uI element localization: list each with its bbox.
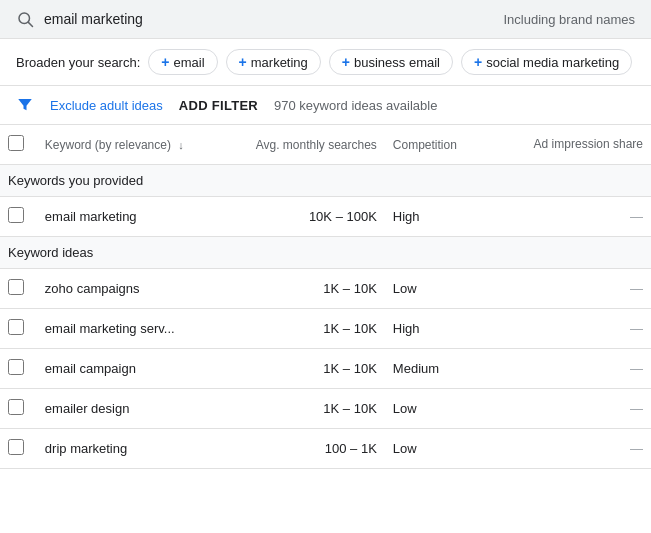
header-competition[interactable]: Competition [385, 125, 518, 165]
keyword-text: email campaign [45, 361, 136, 376]
broaden-tag-marketing-label: marketing [251, 55, 308, 70]
broaden-tag-email[interactable]: + email [148, 49, 217, 75]
keywords-table-wrap: Keyword (by relevance) ↓ Avg. monthly se… [0, 125, 651, 469]
add-filter-button[interactable]: ADD FILTER [179, 98, 258, 113]
broaden-tag-business-email-label: business email [354, 55, 440, 70]
competition-cell: High [385, 197, 518, 237]
competition-cell: Low [385, 429, 518, 469]
keywords-table: Keyword (by relevance) ↓ Avg. monthly se… [0, 125, 651, 469]
row-checkbox-idea-1[interactable] [8, 319, 24, 335]
keyword-cell: email campaign [37, 349, 221, 389]
keyword-cell: emailer design [37, 389, 221, 429]
table-row: email campaign 1K – 10K Medium — [0, 349, 651, 389]
competition-cell: Medium [385, 349, 518, 389]
funnel-icon [16, 96, 34, 114]
row-checkbox-cell [0, 269, 37, 309]
section-header-ideas: Keyword ideas [0, 237, 651, 269]
header-checkbox-cell [0, 125, 37, 165]
row-checkbox-idea-0[interactable] [8, 279, 24, 295]
section-header-provided: Keywords you provided [0, 165, 651, 197]
header-ad-impression: Ad impression share [518, 125, 651, 165]
broaden-row: Broaden your search: + email + marketing… [0, 39, 651, 86]
row-checkbox-idea-2[interactable] [8, 359, 24, 375]
keyword-text: drip marketing [45, 441, 127, 456]
broaden-tag-marketing[interactable]: + marketing [226, 49, 321, 75]
plus-icon-business-email: + [342, 54, 350, 70]
keyword-cell: email marketing [37, 197, 221, 237]
avg-monthly-cell: 1K – 10K [221, 389, 385, 429]
competition-cell: Low [385, 269, 518, 309]
table-row: emailer design 1K – 10K Low — [0, 389, 651, 429]
avg-monthly-cell: 1K – 10K [221, 269, 385, 309]
header-avg-monthly[interactable]: Avg. monthly searches [221, 125, 385, 165]
keyword-cell: email marketing serv... [37, 309, 221, 349]
ad-impression-cell: — [518, 269, 651, 309]
plus-icon-email: + [161, 54, 169, 70]
sort-down-icon: ↓ [178, 139, 184, 151]
table-row: zoho campaigns 1K – 10K Low — [0, 269, 651, 309]
section-provided-label: Keywords you provided [0, 165, 651, 197]
ad-impression-cell: — [518, 309, 651, 349]
broaden-tag-business-email[interactable]: + business email [329, 49, 453, 75]
broaden-label: Broaden your search: [16, 55, 140, 70]
brand-names-label: Including brand names [503, 12, 635, 27]
search-left: email marketing [16, 10, 143, 28]
row-checkbox-cell [0, 429, 37, 469]
avg-monthly-cell: 1K – 10K [221, 309, 385, 349]
svg-line-1 [28, 22, 32, 26]
broaden-tag-email-label: email [173, 55, 204, 70]
filter-row: Exclude adult ideas ADD FILTER 970 keywo… [0, 86, 651, 125]
row-checkbox-cell [0, 349, 37, 389]
ad-impression-cell: — [518, 349, 651, 389]
search-query: email marketing [44, 11, 143, 27]
plus-icon-social-media-marketing: + [474, 54, 482, 70]
table-row: drip marketing 100 – 1K Low — [0, 429, 651, 469]
select-all-checkbox[interactable] [8, 135, 24, 151]
competition-cell: High [385, 309, 518, 349]
ad-impression-cell: — [518, 429, 651, 469]
plus-icon-marketing: + [239, 54, 247, 70]
avg-monthly-cell: 10K – 100K [221, 197, 385, 237]
keyword-text: email marketing [45, 209, 137, 224]
row-checkbox-cell [0, 309, 37, 349]
row-checkbox-idea-4[interactable] [8, 439, 24, 455]
search-icon [16, 10, 34, 28]
competition-cell: Low [385, 389, 518, 429]
table-row: email marketing serv... 1K – 10K High — [0, 309, 651, 349]
keyword-text: emailer design [45, 401, 130, 416]
row-checkbox-idea-3[interactable] [8, 399, 24, 415]
row-checkbox-cell [0, 389, 37, 429]
avg-monthly-cell: 100 – 1K [221, 429, 385, 469]
search-bar: email marketing Including brand names [0, 0, 651, 39]
keyword-text: email marketing serv... [45, 321, 175, 336]
keyword-count: 970 keyword ideas available [274, 98, 437, 113]
row-checkbox-cell [0, 197, 37, 237]
header-keyword[interactable]: Keyword (by relevance) ↓ [37, 125, 221, 165]
keyword-text: zoho campaigns [45, 281, 140, 296]
exclude-adult-ideas-link[interactable]: Exclude adult ideas [50, 98, 163, 113]
avg-monthly-cell: 1K – 10K [221, 349, 385, 389]
keyword-cell: zoho campaigns [37, 269, 221, 309]
section-ideas-label: Keyword ideas [0, 237, 651, 269]
ad-impression-cell: — [518, 197, 651, 237]
keyword-cell: drip marketing [37, 429, 221, 469]
broaden-tag-social-media-marketing-label: social media marketing [486, 55, 619, 70]
ad-impression-cell: — [518, 389, 651, 429]
broaden-tag-social-media-marketing[interactable]: + social media marketing [461, 49, 632, 75]
table-row: email marketing 10K – 100K High — [0, 197, 651, 237]
row-checkbox-provided-0[interactable] [8, 207, 24, 223]
